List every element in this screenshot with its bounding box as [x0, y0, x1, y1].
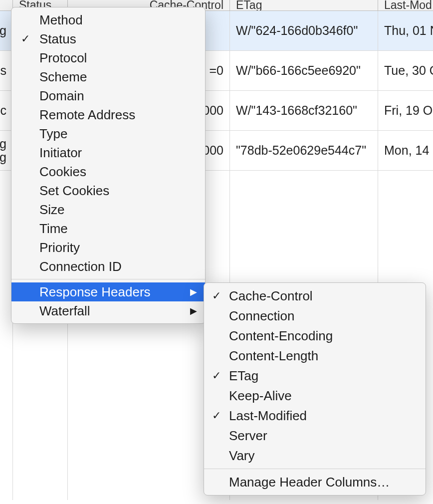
menu-separator: [11, 279, 205, 279]
submenu-item-cache-control[interactable]: ✓Cache-Control: [204, 286, 426, 306]
menu-label: Content-Encoding: [229, 328, 333, 344]
menu-item-size[interactable]: Size: [11, 200, 205, 219]
menu-item-connection-id[interactable]: Connection ID: [11, 257, 205, 276]
menu-item-priority[interactable]: Priority: [11, 238, 205, 257]
menu-label: Initiator: [39, 145, 82, 161]
cell-last-modified: Mon, 14 M: [378, 131, 433, 170]
menu-label: Protocol: [39, 50, 87, 66]
menu-item-status[interactable]: ✓Status: [11, 29, 205, 48]
menu-label: Domain: [39, 88, 84, 104]
submenu-item-server[interactable]: Server: [204, 426, 426, 446]
menu-label: Vary: [229, 448, 255, 464]
menu-label: Manage Header Columns…: [229, 475, 390, 490]
menu-label: Priority: [39, 240, 80, 255]
menu-label: Waterfall: [39, 303, 90, 319]
menu-item-protocol[interactable]: Protocol: [11, 48, 205, 67]
menu-item-cookies[interactable]: Cookies: [11, 162, 205, 181]
menu-item-type[interactable]: Type: [11, 124, 205, 143]
menu-item-domain[interactable]: Domain: [11, 86, 205, 105]
menu-label: Connection ID: [39, 259, 122, 274]
menu-label: Cookies: [39, 164, 86, 180]
cell-last-modified: Thu, 01 N: [378, 11, 433, 50]
menu-item-time[interactable]: Time: [11, 219, 205, 238]
menu-label: Response Headers: [39, 284, 151, 300]
submenu-item-keep-alive[interactable]: Keep-Alive: [204, 386, 426, 406]
cell-last-modified: Fri, 19 Oc: [378, 91, 433, 130]
menu-label: Method: [39, 12, 83, 28]
menu-label: Size: [39, 202, 65, 218]
menu-label: Time: [39, 221, 68, 237]
cell-last-modified: Tue, 30 O: [378, 51, 433, 90]
menu-label: Set Cookies: [39, 183, 109, 199]
menu-item-initiator[interactable]: Initiator: [11, 143, 205, 162]
cell-etag: W/"b66-166c5ee6920": [229, 51, 378, 90]
menu-label: Type: [39, 126, 67, 142]
submenu-item-last-modified[interactable]: ✓Last-Modified: [204, 406, 426, 426]
submenu-item-content-length[interactable]: Content-Length: [204, 346, 426, 366]
menu-label: Remote Address: [39, 107, 135, 123]
cell-etag: W/"143-1668cf32160": [229, 91, 378, 130]
submenu-item-content-encoding[interactable]: Content-Encoding: [204, 326, 426, 346]
submenu-item-manage-header-columns[interactable]: Manage Header Columns…: [204, 472, 426, 492]
menu-label: Server: [229, 428, 267, 444]
submenu-arrow-icon: ▶: [190, 286, 197, 297]
check-icon: ✓: [204, 369, 229, 382]
submenu-item-vary[interactable]: Vary: [204, 446, 426, 466]
menu-label: Scheme: [39, 69, 87, 85]
submenu-item-connection[interactable]: Connection: [204, 306, 426, 326]
cell-etag: "78db-52e0629e544c7": [229, 131, 378, 170]
submenu-item-etag[interactable]: ✓ETag: [204, 366, 426, 386]
menu-label: ETag: [229, 368, 258, 384]
column-context-menu: Method ✓Status Protocol Scheme Domain Re…: [11, 7, 206, 324]
menu-item-response-headers[interactable]: Response Headers ▶: [11, 282, 205, 301]
check-icon: ✓: [11, 32, 39, 45]
menu-label: Status: [39, 31, 76, 47]
check-icon: ✓: [204, 409, 229, 422]
response-headers-submenu: ✓Cache-Control Connection Content-Encodi…: [204, 282, 426, 496]
submenu-arrow-icon: ▶: [190, 305, 197, 316]
menu-item-method[interactable]: Method: [11, 10, 205, 29]
col-header-etag[interactable]: ETag: [229, 0, 378, 10]
check-icon: ✓: [204, 289, 229, 302]
menu-item-remote-address[interactable]: Remote Address: [11, 105, 205, 124]
col-header-name[interactable]: [0, 0, 12, 10]
menu-label: Last-Modified: [229, 408, 307, 424]
menu-item-set-cookies[interactable]: Set Cookies: [11, 181, 205, 200]
menu-label: Connection: [229, 308, 295, 324]
menu-separator: [204, 469, 426, 469]
menu-label: Cache-Control: [229, 288, 313, 304]
menu-label: Content-Length: [229, 348, 318, 364]
menu-item-scheme[interactable]: Scheme: [11, 67, 205, 86]
cell-etag: W/"624-166d0b346f0": [229, 11, 378, 50]
col-header-last-modified[interactable]: Last-Mod: [378, 0, 433, 10]
menu-item-waterfall[interactable]: Waterfall ▶: [11, 301, 205, 320]
menu-label: Keep-Alive: [229, 388, 292, 404]
